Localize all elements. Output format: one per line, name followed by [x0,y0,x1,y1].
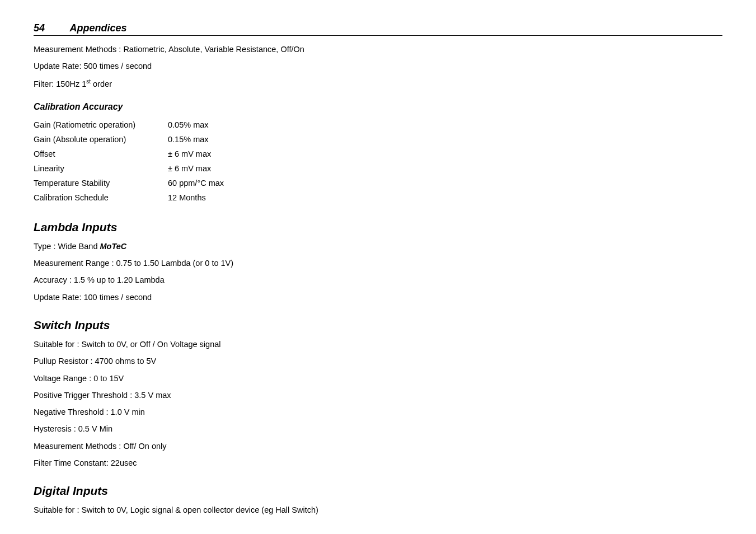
digital-heading: Digital Inputs [34,484,722,498]
table-row: Linearity ± 6 mV max [34,161,224,176]
spec-value: ± 6 mV max [168,147,224,161]
spec-value: ± 6 mV max [168,161,224,176]
filter-suffix: order [91,79,112,88]
section-title: Appendices [69,22,126,34]
table-row: Calibration Schedule 12 Months [34,190,224,205]
brand-name: MoTeC [100,242,126,251]
filter-line: Filter: 150Hz 1st order [34,78,722,90]
spec-label: Calibration Schedule [34,190,168,205]
switch-line: Measurement Methods : Off/ On only [34,441,722,452]
table-row: Gain (Absolute operation) 0.15% max [34,132,224,147]
spec-label: Linearity [34,161,168,176]
page-number: 54 [34,22,45,34]
spec-label: Gain (Ratiometric operation) [34,118,168,132]
switch-line: Negative Threshold : 1.0 V min [34,406,722,418]
digital-line: Suitable for : Switch to 0V, Logic signa… [34,504,381,516]
spec-value: 0.15% max [168,132,224,147]
lambda-type-prefix: Type : Wide Band [34,242,100,251]
spec-label: Gain (Absolute operation) [34,132,168,147]
page-header: 54 Appendices [34,22,722,36]
switch-line: Positive Trigger Threshold : 3.5 V max [34,390,722,401]
spec-value: 0.05% max [168,118,224,132]
spec-label: Offset [34,147,168,161]
switch-line: Filter Time Constant: 22usec [34,457,722,469]
spec-label: Temperature Stability [34,176,168,190]
switch-line: Suitable for : Switch to 0V, or Off / On… [34,339,722,350]
table-row: Offset ± 6 mV max [34,147,224,161]
switch-line: Pullup Resistor : 4700 ohms to 5V [34,355,722,367]
filter-prefix: Filter: 150Hz 1 [34,79,86,88]
lambda-heading: Lambda Inputs [34,221,722,234]
spec-value: 60 ppm/°C max [168,176,224,190]
lambda-update-rate: Update Rate: 100 times / second [34,292,722,303]
calibration-heading: Calibration Accuracy [34,102,722,112]
filter-superscript: st [86,78,91,85]
calibration-table: Gain (Ratiometric operation) 0.05% max G… [34,118,224,205]
spec-value: 12 Months [168,190,224,205]
table-row: Temperature Stability 60 ppm/°C max [34,176,224,190]
lambda-accuracy: Accuracy : 1.5 % up to 1.20 Lambda [34,274,722,285]
lambda-range: Measurement Range : 0.75 to 1.50 Lambda … [34,257,722,269]
table-row: Gain (Ratiometric operation) 0.05% max [34,118,224,132]
measurement-methods: Measurement Methods : Ratiometric, Absol… [34,44,722,55]
switch-line: Hysteresis : 0.5 V Min [34,423,722,434]
lambda-type: Type : Wide Band MoTeC [34,241,722,252]
switch-heading: Switch Inputs [34,318,722,332]
switch-line: Voltage Range : 0 to 15V [34,373,722,384]
update-rate: Update Rate: 500 times / second [34,60,722,72]
